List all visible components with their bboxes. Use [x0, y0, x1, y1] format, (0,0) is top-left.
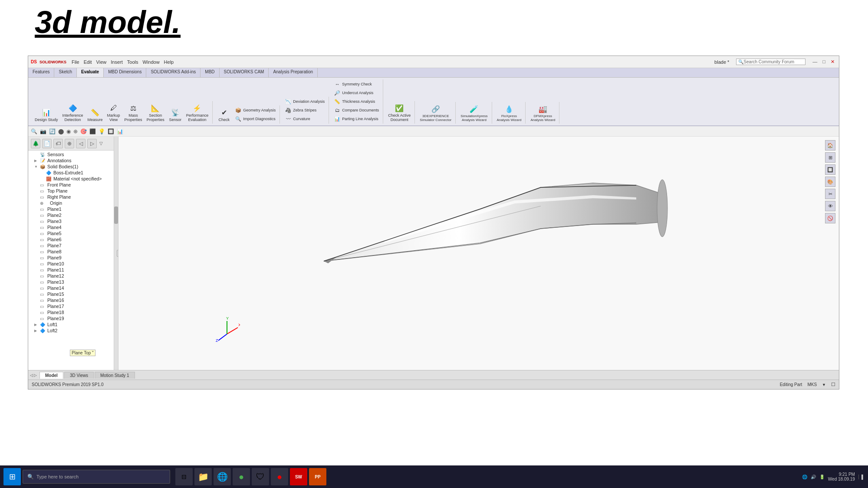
ribbon-btn-mass[interactable]: ⚖ MassProperties [123, 102, 144, 123]
menu-view[interactable]: View [96, 59, 107, 65]
sidebar-prev-btn[interactable]: ◁ [76, 139, 85, 148]
view-tool-btn-9[interactable]: 💡 [99, 128, 105, 134]
view-tool-btn-7[interactable]: 🎯 [80, 128, 87, 134]
tree-item-plane18[interactable]: ▭Plane18 [28, 309, 118, 315]
view-tool-btn-11[interactable]: 📊 [117, 128, 123, 134]
minimize-btn[interactable]: — [811, 59, 819, 65]
view-tool-btn-5[interactable]: ◉ [66, 128, 71, 134]
tree-item-plane12[interactable]: ▭Plane12 [28, 273, 118, 279]
status-dropdown[interactable]: ▼ [822, 383, 826, 387]
status-checkbox[interactable]: ☐ [831, 382, 835, 387]
view-display-btn[interactable]: 🔲 [825, 164, 835, 175]
tree-item-plane17[interactable]: ▭Plane17 [28, 303, 118, 309]
ribbon-btn-symmetry[interactable]: ↔ Symmetry Check [332, 80, 380, 88]
ribbon-btn-deviation[interactable]: 📉 Deviation Analysis [283, 98, 326, 105]
tree-item-loft2[interactable]: ▶🔷Loft2 [28, 328, 118, 334]
view-tool-btn-4[interactable]: ⬤ [58, 128, 64, 134]
sidebar-tag-btn[interactable]: 🏷 [53, 139, 63, 148]
tree-item-origin[interactable]: ⊕ Origin [28, 200, 118, 206]
ribbon-btn-compare[interactable]: 🗂 Compare Documents [332, 106, 380, 114]
tab-mbd-dimensions[interactable]: MBD Dimensions [104, 68, 146, 77]
view-tool-btn-6[interactable]: ⊕ [73, 128, 78, 134]
taskbar-app-ppt[interactable]: PP [309, 468, 326, 485]
view-tool-btn-8[interactable]: ⬛ [89, 128, 96, 134]
tree-item-plane9[interactable]: ▭Plane9 [28, 255, 118, 261]
ribbon-btn-parting[interactable]: 📊 Parting Line Analysis [332, 115, 380, 123]
tree-item-plane15[interactable]: ▭Plane15 [28, 291, 118, 297]
ribbon-btn-zebra[interactable]: 🦓 Zebra Stripes [283, 106, 326, 114]
sidebar-tree-btn[interactable]: 🌲 [31, 139, 40, 148]
tree-item-plane1[interactable]: ▭Plane1 [28, 206, 118, 212]
tab-mbd[interactable]: MBD [201, 68, 219, 77]
tree-item-plane4[interactable]: ▭Plane4 [28, 224, 118, 230]
taskbar-search-box[interactable]: 🔍 Type here to search [23, 470, 170, 484]
bt-prev[interactable]: ◁ [30, 373, 33, 377]
search-community[interactable]: 🔍 Search Community Forum [736, 59, 806, 65]
taskbar-app-chrome[interactable]: ● [233, 468, 250, 485]
tree-item-plane2[interactable]: ▭Plane2 [28, 212, 118, 218]
sidebar-prop-btn[interactable]: 📄 [42, 139, 52, 148]
taskbar-app-explorer[interactable]: 📁 [194, 468, 212, 485]
tree-item-plane14[interactable]: ▭Plane14 [28, 285, 118, 291]
ribbon-btn-flo[interactable]: 💧 FloXpressAnalysis Wizard [496, 103, 523, 123]
tab-motion-study[interactable]: Motion Study 1 [95, 372, 135, 379]
taskbar-app-edge[interactable]: 🌐 [214, 468, 231, 485]
view-orient-btn[interactable]: 🏠 [825, 140, 835, 151]
sidebar-add-btn[interactable]: ⊕ [65, 139, 74, 148]
tab-model[interactable]: Model [39, 372, 63, 379]
tab-evaluate[interactable]: Evaluate [77, 68, 104, 77]
bt-next[interactable]: ▷ [34, 373, 37, 377]
tree-item-boss-extrude[interactable]: 🔷 Boss-Extrude1 [28, 170, 118, 176]
ribbon-btn-check[interactable]: ✔ Check [216, 106, 232, 123]
view-hide-btn[interactable]: 🚫 [825, 213, 835, 223]
tree-item-plane19[interactable]: ▭Plane19 [28, 315, 118, 321]
menu-help[interactable]: Help [164, 59, 174, 65]
tree-item-plane11[interactable]: ▭Plane11 [28, 267, 118, 273]
tree-item-plane6[interactable]: ▭Plane6 [28, 236, 118, 242]
view-section-btn[interactable]: ✂ [825, 189, 835, 199]
ribbon-btn-design-study[interactable]: 📊 Design Study [33, 106, 59, 123]
tab-solidworks-cam[interactable]: SOLIDWORKS CAM [220, 68, 269, 77]
tree-item-plane10[interactable]: ▭Plane10 [28, 261, 118, 267]
view-render-btn[interactable]: 🎨 [825, 177, 835, 187]
ribbon-btn-geometry[interactable]: 📦 Geometry Analysis [233, 106, 277, 114]
tree-item-solid-bodies[interactable]: ▼ 📦 Solid Bodies(1) [28, 164, 118, 170]
tree-item-top-plane[interactable]: ▭ Top Plane [28, 188, 118, 194]
ribbon-btn-undercut[interactable]: 🔎 Undercut Analysis [332, 89, 380, 97]
viewport-3d[interactable]: X Y Z 🏠 ⊞ 🔲 🎨 ✂ 👁 🚫 [118, 137, 839, 370]
taskbar-app-sw[interactable]: SW [290, 468, 307, 485]
taskbar-app-red[interactable]: ● [271, 468, 288, 485]
view-tool-btn-2[interactable]: 📷 [40, 128, 46, 134]
menu-file[interactable]: File [72, 59, 79, 65]
ribbon-btn-curvature[interactable]: 〰 Curvature [283, 115, 326, 123]
taskbar-app-shield[interactable]: 🛡 [252, 468, 269, 485]
ribbon-btn-import[interactable]: 🔍 Import Diagnostics [233, 115, 277, 123]
ribbon-btn-sensor[interactable]: 📡 Sensor [168, 106, 183, 123]
ribbon-btn-dfm[interactable]: 🏭 DFMXpressAnalysis Wizard [529, 103, 556, 123]
tab-features[interactable]: Features [28, 68, 54, 77]
view-tool-btn-10[interactable]: 🔲 [108, 128, 114, 134]
tree-item-right-plane[interactable]: ▭ Right Plane [28, 194, 118, 200]
menu-tools[interactable]: Tools [127, 59, 138, 65]
tree-item-loft1[interactable]: ▶🔷Loft1 [28, 321, 118, 328]
ribbon-btn-thickness[interactable]: 📏 Thickness Analysis [332, 98, 380, 105]
ribbon-btn-measure[interactable]: 📏 Measure [86, 106, 104, 123]
tree-item-plane16[interactable]: ▭Plane16 [28, 297, 118, 303]
menu-window[interactable]: Window [142, 59, 159, 65]
tree-item-plane7[interactable]: ▭Plane7 [28, 242, 118, 249]
tab-solidworks-addins[interactable]: SOLIDWORKS Add-ins [146, 68, 201, 77]
tree-item-plane3[interactable]: ▭Plane3 [28, 218, 118, 224]
ribbon-btn-3dx[interactable]: 🔗 3DEXPERIENCESimulator Connector [418, 103, 453, 123]
tab-sketch[interactable]: Sketch [54, 68, 77, 77]
ribbon-btn-markup[interactable]: 🖊 MarkupView [106, 102, 122, 123]
tree-item-sensors[interactable]: 📡 Sensors [28, 151, 118, 157]
view-tool-btn-3[interactable]: 🔄 [49, 128, 56, 134]
view-tool-btn-1[interactable]: 🔍 [31, 128, 37, 134]
ribbon-btn-check-active[interactable]: ✅ Check ActiveDocument [387, 102, 412, 123]
taskbar-app-taskview[interactable]: ⊟ [175, 468, 193, 485]
tab-analysis-preparation[interactable]: Analysis Preparation [269, 68, 318, 77]
scrollbar-thumb[interactable] [114, 206, 118, 224]
tree-item-plane8[interactable]: ▭Plane8 [28, 249, 118, 255]
taskbar-show-desktop[interactable]: ▌ [858, 475, 865, 479]
ribbon-btn-interference[interactable]: 🔷 InterferenceDetection [61, 102, 85, 123]
